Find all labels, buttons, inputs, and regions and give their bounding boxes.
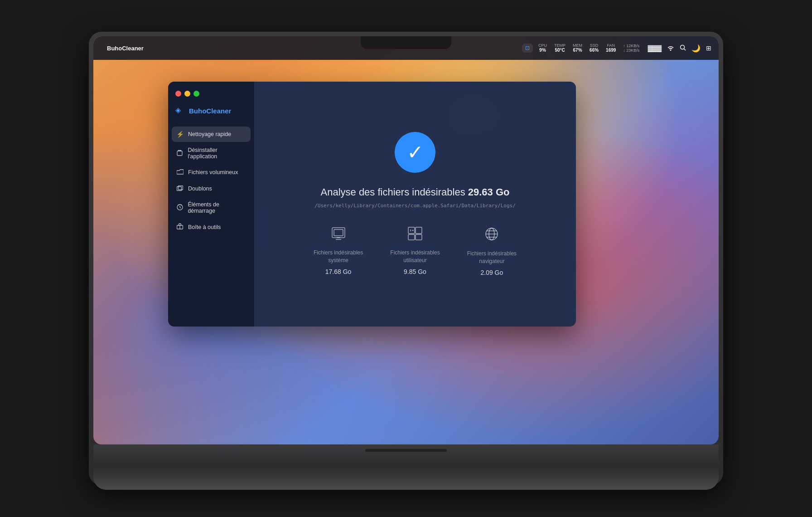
nav-label-quick-clean: Nettoyage rapide — [188, 131, 231, 137]
stat-user-value: 9.85 Go — [404, 268, 426, 275]
maximize-button[interactable] — [193, 91, 199, 97]
sidebar-item-quick-clean[interactable]: ⚡ Nettoyage rapide — [172, 127, 251, 142]
stats-row: Fichiers indésirablessystème 17.68 Go — [314, 227, 517, 276]
browser-junk-icon — [484, 227, 499, 244]
analysis-title: Analyse des fichiers indésirables 29.63 … — [321, 186, 510, 198]
notch — [361, 36, 451, 49]
analysis-path: /Users/kelly/Library/Containers/com.appl… — [314, 203, 516, 209]
screen-bezel: BuhoCleaner ⊡ CPU 9% TEMP 50°C MEM 67% — [93, 36, 719, 444]
mem-stat: MEM 67% — [573, 44, 582, 53]
window-controls — [168, 91, 254, 106]
svg-rect-16 — [416, 227, 422, 234]
brand-icon: ◈ — [175, 106, 185, 116]
toolbox-icon — [176, 223, 184, 231]
folder-icon — [176, 169, 184, 176]
success-indicator: ✓ — [395, 132, 435, 173]
cpu-stat: CPU 9% — [538, 44, 547, 53]
sidebar-item-startup[interactable]: Éléments de démarrage — [172, 197, 251, 218]
system-junk-icon — [331, 227, 346, 244]
nav-label-large-files: Fichiers volumineux — [188, 169, 238, 176]
macbook-chin — [93, 444, 719, 490]
buho-monitor-icon: ⊡ — [522, 44, 533, 53]
minimize-button[interactable] — [184, 91, 190, 97]
svg-rect-12 — [334, 229, 343, 236]
svg-line-1 — [684, 49, 686, 50]
main-content: ✓ Analyse des fichiers indésirables 29.6… — [254, 82, 576, 327]
control-center-icon[interactable]: ⊞ — [706, 44, 711, 52]
sidebar-item-large-files[interactable]: Fichiers volumineux — [172, 165, 251, 180]
menubar-right: ⊡ CPU 9% TEMP 50°C MEM 67% SSD 66% — [522, 44, 711, 53]
stat-browser: Fichiers indésirablesnavigateur 2.09 Go — [467, 227, 517, 276]
duplicates-icon — [176, 185, 184, 192]
stat-system-value: 17.68 Go — [325, 268, 352, 275]
nav-label-uninstall: Désinstaller l'application — [188, 147, 246, 160]
macbook-shell: BuhoCleaner ⊡ CPU 9% TEMP 50°C MEM 67% — [89, 32, 723, 485]
startup-icon — [176, 204, 183, 212]
sidebar-brand: ◈ BuhoCleaner — [168, 106, 254, 127]
stat-system: Fichiers indésirablessystème 17.68 Go — [314, 227, 363, 275]
stat-user: Fichiers indésirablesutilisateur 9.85 Go — [390, 227, 440, 275]
menubar-left: BuhoCleaner — [101, 45, 144, 52]
menubar-app-name: BuhoCleaner — [107, 45, 144, 52]
close-button[interactable] — [175, 91, 181, 97]
dark-mode-icon[interactable]: 🌙 — [691, 44, 701, 53]
stat-user-label: Fichiers indésirablesutilisateur — [390, 249, 440, 264]
user-junk-icon — [408, 227, 422, 244]
network-stat: ↑ 12KB/s ↓ 23KB/s — [623, 44, 639, 53]
nav-label-duplicates: Doublons — [188, 185, 212, 192]
sidebar-item-toolbox[interactable]: Boîte à outils — [172, 219, 251, 235]
stat-browser-label: Fichiers indésirablesnavigateur — [467, 250, 517, 265]
wifi-icon — [667, 44, 674, 52]
battery-icon: ▓▓▓ — [648, 44, 662, 52]
lightning-icon: ⚡ — [176, 131, 184, 138]
system-icons: ▓▓▓ 🌙 ⊞ — [648, 44, 711, 53]
sidebar-item-duplicates[interactable]: Doublons — [172, 181, 251, 196]
brand-name: BuhoCleaner — [189, 107, 231, 115]
svg-rect-17 — [408, 234, 415, 240]
nav-label-toolbox: Boîte à outils — [188, 224, 221, 230]
trackpad-notch — [365, 449, 447, 452]
stat-system-label: Fichiers indésirablessystème — [314, 249, 363, 264]
search-icon[interactable] — [680, 44, 686, 52]
temp-stat: TEMP 50°C — [554, 44, 566, 53]
sidebar-item-uninstall[interactable]: Désinstaller l'application — [172, 143, 251, 164]
sidebar: ◈ BuhoCleaner ⚡ Nettoyage rapide — [168, 82, 254, 327]
stat-browser-value: 2.09 Go — [480, 269, 503, 276]
sidebar-nav: ⚡ Nettoyage rapide Désinstalle — [168, 127, 254, 235]
fan-stat: FAN 1699 — [606, 44, 616, 53]
svg-point-0 — [681, 45, 685, 49]
app-window: ◈ BuhoCleaner ⚡ Nettoyage rapide — [168, 82, 576, 327]
svg-rect-2 — [177, 151, 182, 156]
checkmark-icon: ✓ — [407, 142, 424, 162]
ssd-stat: SSD 66% — [590, 44, 599, 53]
nav-label-startup: Éléments de démarrage — [188, 201, 246, 214]
trash-icon — [176, 150, 183, 157]
svg-rect-18 — [416, 234, 422, 240]
